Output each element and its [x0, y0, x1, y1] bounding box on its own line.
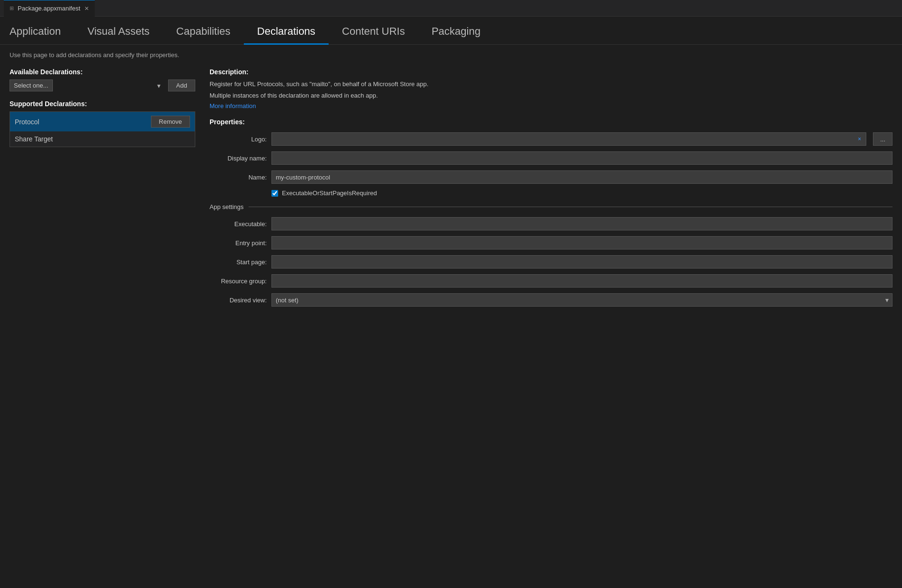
name-input[interactable]: [271, 170, 892, 184]
executable-label: Executable:: [210, 220, 267, 228]
entry-point-input[interactable]: [271, 236, 892, 249]
list-item-share-target[interactable]: Share Target: [10, 131, 195, 147]
protocol-label: Protocol: [15, 118, 39, 126]
app-settings-header: App settings: [210, 203, 892, 210]
editor-tab[interactable]: ⊞ Package.appxmanifest ✕: [4, 0, 95, 17]
desired-view-select[interactable]: (not set) Default UseLess UseHalf UseMor…: [271, 293, 892, 307]
add-declaration-button[interactable]: Add: [168, 80, 195, 91]
tab-visual-assets[interactable]: Visual Assets: [74, 21, 163, 45]
app-settings-divider: [249, 207, 892, 207]
available-declarations-label: Available Declarations:: [10, 68, 195, 76]
left-panel: Available Declarations: Select one... Ad…: [10, 68, 195, 578]
resource-group-row: Resource group:: [210, 274, 892, 288]
start-page-input[interactable]: [271, 255, 892, 269]
resource-group-label: Resource group:: [210, 278, 267, 285]
description-line1: Register for URL Protocols, such as "mai…: [210, 80, 892, 89]
page-subtitle: Use this page to add declarations and sp…: [0, 45, 902, 63]
desired-view-wrapper: (not set) Default UseLess UseHalf UseMor…: [271, 293, 892, 307]
supported-declarations-list: Protocol Remove Share Target: [10, 111, 195, 147]
executable-checkbox[interactable]: [271, 190, 278, 197]
description-label: Description:: [210, 68, 892, 76]
close-icon[interactable]: ✕: [84, 5, 89, 12]
logo-input-wrapper: ×: [271, 132, 866, 146]
name-field-label: Name:: [210, 174, 267, 181]
tab-declarations[interactable]: Declarations: [244, 21, 329, 45]
logo-browse-button[interactable]: ...: [873, 132, 892, 146]
executable-checkbox-row: ExecutableOrStartPageIsRequired: [210, 189, 892, 197]
description-line2: Multiple instances of this declaration a…: [210, 91, 892, 100]
display-name-row: Display name:: [210, 151, 892, 165]
display-name-label: Display name:: [210, 155, 267, 162]
supported-declarations-label: Supported Declarations:: [10, 100, 195, 108]
clear-icon: ×: [858, 136, 861, 142]
resource-group-input[interactable]: [271, 274, 892, 288]
remove-button[interactable]: Remove: [151, 116, 190, 128]
start-page-row: Start page:: [210, 255, 892, 269]
name-row: Name:: [210, 170, 892, 184]
available-declarations-select[interactable]: Select one...: [10, 80, 53, 91]
share-target-label: Share Target: [15, 135, 53, 143]
list-item-protocol[interactable]: Protocol Remove: [10, 112, 195, 131]
pin-icon: ⊞: [10, 5, 14, 11]
logo-clear-button[interactable]: ×: [853, 132, 866, 146]
logo-input[interactable]: [271, 132, 866, 146]
more-info-link[interactable]: More information: [210, 102, 256, 110]
add-declaration-row: Select one... Add: [10, 80, 195, 91]
tab-application[interactable]: Application: [10, 21, 74, 45]
app-settings-title: App settings: [210, 203, 244, 210]
main-content: Application Visual Assets Capabilities D…: [0, 17, 902, 588]
right-panel: Description: Register for URL Protocols,…: [210, 68, 892, 578]
executable-checkbox-label: ExecutableOrStartPageIsRequired: [282, 189, 377, 197]
tab-packaging[interactable]: Packaging: [418, 21, 494, 45]
title-bar: ⊞ Package.appxmanifest ✕: [0, 0, 902, 17]
body-layout: Available Declarations: Select one... Ad…: [0, 63, 902, 588]
start-page-label: Start page:: [210, 259, 267, 266]
logo-field-label: Logo:: [210, 136, 267, 143]
display-name-input[interactable]: [271, 151, 892, 165]
properties-label: Properties:: [210, 118, 892, 126]
logo-row: Logo: × ...: [210, 132, 892, 146]
available-declarations-wrapper: Select one...: [10, 80, 164, 91]
tab-content-uris[interactable]: Content URIs: [329, 21, 418, 45]
tab-capabilities[interactable]: Capabilities: [163, 21, 244, 45]
tabs-bar: Application Visual Assets Capabilities D…: [0, 17, 902, 45]
entry-point-label: Entry point:: [210, 239, 267, 247]
executable-row: Executable:: [210, 217, 892, 230]
entry-point-row: Entry point:: [210, 236, 892, 249]
executable-input[interactable]: [271, 217, 892, 230]
desired-view-label: Desired view:: [210, 297, 267, 304]
desired-view-row: Desired view: (not set) Default UseLess …: [210, 293, 892, 307]
tab-filename: Package.appxmanifest: [18, 5, 80, 12]
